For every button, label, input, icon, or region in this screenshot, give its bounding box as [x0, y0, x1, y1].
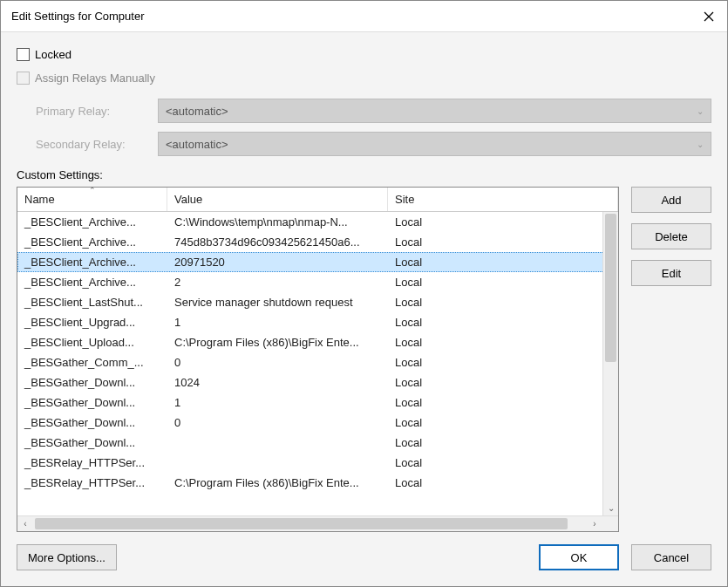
- footer-right: OK Cancel: [539, 544, 711, 570]
- chevron-down-icon: ⌄: [697, 140, 704, 149]
- table-row[interactable]: _BESClient_Archive...745d8b3734d96c09342…: [17, 232, 618, 252]
- cell-site: Local: [388, 436, 618, 449]
- secondary-relay-row: Secondary Relay: <automatic> ⌄: [36, 132, 711, 156]
- table-row[interactable]: _BESGather_Comm_...0Local: [17, 352, 618, 372]
- sort-asc-icon: ⌃: [89, 187, 96, 194]
- table-row[interactable]: _BESGather_Downl...Local: [17, 433, 618, 453]
- cell-site: Local: [388, 476, 618, 489]
- dialog-content: Locked Assign Relays Manually Primary Re…: [1, 32, 727, 586]
- primary-relay-value: <automatic>: [166, 105, 228, 118]
- cell-value: C:\Program Files (x86)\BigFix Ente...: [167, 336, 388, 349]
- scrollbar-thumb[interactable]: [35, 518, 568, 529]
- cell-value: C:\Windows\temp\nmap\nmap-N...: [167, 215, 388, 229]
- relay-block: Primary Relay: <automatic> ⌄ Secondary R…: [36, 90, 711, 156]
- cell-site: Local: [388, 296, 618, 309]
- more-options-button[interactable]: More Options...: [17, 544, 117, 570]
- table-body: _BESClient_Archive...C:\Windows\temp\nma…: [17, 212, 618, 515]
- cell-name: _BESClient_Upload...: [17, 336, 167, 349]
- cell-value: 745d8b3734d96c093425621450a6...: [167, 235, 388, 249]
- table-row[interactable]: _BESClient_Upgrad...1Local: [17, 312, 618, 332]
- cell-name: _BESClient_Upgrad...: [17, 316, 167, 329]
- cell-name: _BESGather_Downl...: [17, 436, 167, 449]
- scroll-right-icon[interactable]: ›: [587, 519, 602, 529]
- cell-name: _BESGather_Downl...: [17, 396, 167, 409]
- edit-button[interactable]: Edit: [631, 260, 711, 286]
- assign-relays-checkbox: Assign Relays Manually: [17, 72, 711, 85]
- chevron-down-icon: ⌄: [697, 106, 704, 116]
- cell-name: _BESRelay_HTTPSer...: [17, 476, 167, 489]
- close-icon: [704, 11, 714, 22]
- table-row[interactable]: _BESGather_Downl...1024Local: [17, 372, 618, 392]
- primary-relay-select: <automatic> ⌄: [158, 99, 711, 123]
- table-row[interactable]: _BESClient_LastShut...Service manager sh…: [17, 292, 618, 312]
- cell-name: _BESClient_Archive...: [17, 276, 167, 289]
- column-header-value[interactable]: Value: [167, 188, 388, 211]
- table-row[interactable]: _BESClient_Upload...C:\Program Files (x8…: [17, 332, 618, 352]
- secondary-relay-value: <automatic>: [166, 138, 228, 151]
- primary-relay-row: Primary Relay: <automatic> ⌄: [36, 99, 711, 123]
- cell-value: 2: [167, 276, 388, 289]
- checkbox-icon: [17, 72, 30, 85]
- cell-value: 0: [167, 416, 388, 429]
- cell-name: _BESClient_Archive...: [17, 215, 167, 229]
- cell-value: 1: [167, 396, 388, 409]
- scroll-left-icon[interactable]: ‹: [17, 519, 33, 529]
- cell-name: _BESClient_Archive...: [17, 235, 167, 249]
- cancel-button[interactable]: Cancel: [631, 544, 711, 570]
- table-row[interactable]: _BESGather_Downl...0Local: [17, 413, 618, 433]
- locked-label: Locked: [35, 48, 71, 61]
- table-row[interactable]: _BESGather_Downl...1Local: [17, 392, 618, 413]
- settings-table: ⌃ Name Value Site _BESClient_Archive...C…: [17, 187, 619, 532]
- custom-settings-label: Custom Settings:: [17, 168, 711, 181]
- cell-site: Local: [388, 215, 618, 229]
- cell-value: C:\Program Files (x86)\BigFix Ente...: [167, 476, 388, 489]
- horizontal-scrollbar[interactable]: ‹ ›: [17, 515, 618, 531]
- add-button[interactable]: Add: [631, 187, 711, 213]
- ok-button[interactable]: OK: [539, 544, 619, 570]
- checkbox-icon: [17, 48, 30, 61]
- cell-site: Local: [388, 356, 618, 369]
- side-buttons: Add Delete Edit: [631, 187, 711, 532]
- table-row[interactable]: _BESClient_Archive...20971520Local: [17, 252, 618, 272]
- locked-checkbox[interactable]: Locked: [17, 48, 711, 61]
- cell-name: _BESClient_Archive...: [17, 256, 167, 269]
- cell-value: 20971520: [167, 256, 388, 269]
- cell-site: Local: [388, 256, 618, 269]
- assign-relays-label: Assign Relays Manually: [35, 72, 155, 85]
- cell-site: Local: [388, 456, 618, 469]
- cell-value: 0: [167, 356, 388, 369]
- cell-site: Local: [388, 235, 618, 249]
- cell-name: _BESGather_Downl...: [17, 376, 167, 389]
- cell-site: Local: [388, 336, 618, 349]
- cell-name: _BESGather_Comm_...: [17, 356, 167, 369]
- primary-relay-label: Primary Relay:: [36, 105, 158, 118]
- cell-site: Local: [388, 416, 618, 429]
- secondary-relay-select: <automatic> ⌄: [158, 132, 711, 156]
- close-button[interactable]: [697, 5, 720, 28]
- column-header-site[interactable]: Site: [388, 188, 618, 211]
- table-row[interactable]: _BESClient_Archive...C:\Windows\temp\nma…: [17, 212, 618, 232]
- vertical-scrollbar[interactable]: ⌄: [602, 212, 618, 515]
- window-title: Edit Settings for Computer: [11, 10, 144, 23]
- table-row[interactable]: _BESRelay_HTTPSer...Local: [17, 453, 618, 473]
- table-header: ⌃ Name Value Site: [17, 188, 618, 212]
- cell-value: 1024: [167, 376, 388, 389]
- table-row[interactable]: _BESRelay_HTTPSer...C:\Program Files (x8…: [17, 473, 618, 493]
- titlebar: Edit Settings for Computer: [1, 1, 727, 32]
- cell-name: _BESClient_LastShut...: [17, 296, 167, 309]
- delete-button[interactable]: Delete: [631, 223, 711, 249]
- cell-value: Service manager shutdown request: [167, 296, 388, 309]
- scrollbar-thumb[interactable]: [605, 214, 616, 362]
- column-header-name[interactable]: ⌃ Name: [17, 188, 167, 211]
- table-row[interactable]: _BESClient_Archive...2Local: [17, 272, 618, 292]
- scroll-down-icon[interactable]: ⌄: [603, 500, 618, 515]
- scrollbar-track[interactable]: [33, 516, 587, 531]
- cell-name: _BESGather_Downl...: [17, 416, 167, 429]
- main-area: ⌃ Name Value Site _BESClient_Archive...C…: [17, 187, 711, 532]
- cell-site: Local: [388, 396, 618, 409]
- cell-site: Local: [388, 316, 618, 329]
- cell-value: 1: [167, 316, 388, 329]
- footer: More Options... OK Cancel: [17, 532, 711, 586]
- cell-site: Local: [388, 276, 618, 289]
- secondary-relay-label: Secondary Relay:: [36, 138, 158, 151]
